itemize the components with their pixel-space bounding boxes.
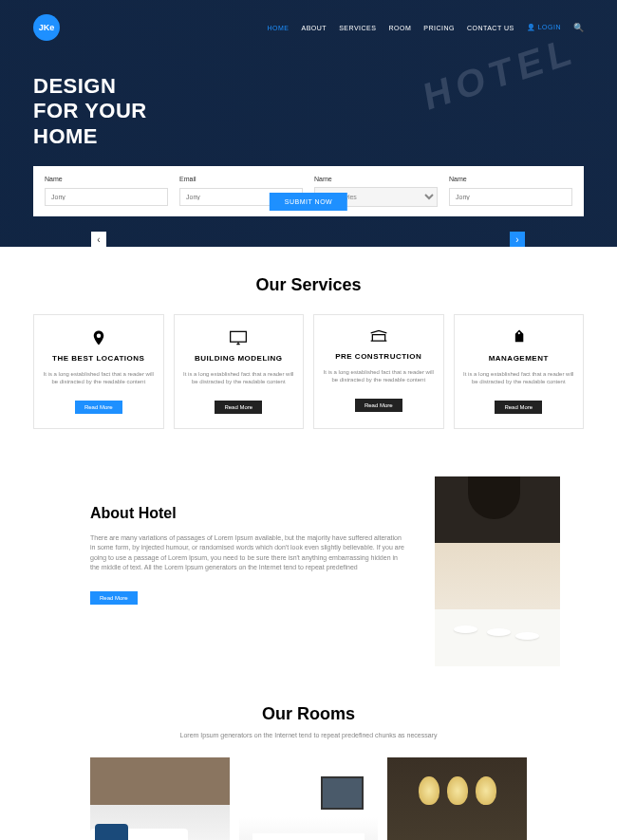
service-title: MANAGEMENT	[462, 354, 576, 363]
nav-room[interactable]: ROOM	[388, 25, 411, 31]
read-more-button[interactable]: Read More	[75, 401, 122, 414]
svg-rect-0	[231, 331, 247, 342]
carousel-prev-button[interactable]: ‹	[91, 232, 106, 247]
rooms-title: Our Rooms	[33, 704, 584, 724]
about-image	[435, 476, 560, 666]
nav-home[interactable]: HOME	[268, 25, 290, 31]
about-read-more-button[interactable]: Read More	[90, 591, 138, 605]
room-card-2[interactable]	[239, 757, 379, 840]
room-card-1[interactable]	[90, 757, 230, 840]
read-more-button[interactable]: Read More	[215, 401, 262, 414]
service-title: THE BEST LOCATIONS	[42, 354, 156, 363]
about-section: About Hotel There are many variations of…	[0, 457, 617, 695]
tag-icon	[462, 329, 576, 346]
name-input-2[interactable]	[449, 188, 572, 206]
form-label-4: Name	[449, 176, 572, 182]
service-desc: It is a long established fact that a rea…	[42, 370, 156, 386]
read-more-button[interactable]: Read More	[495, 401, 542, 414]
nav-items: HOME ABOUT SERVICES ROOM PRICING CONTACT…	[268, 23, 584, 32]
bed-icon	[322, 329, 436, 345]
service-desc: It is a long established fact that a rea…	[322, 368, 436, 384]
rooms-section: Our Rooms Lorem Ipsum generators on the …	[0, 695, 617, 840]
nav-login[interactable]: 👤 LOGIN	[527, 24, 561, 31]
service-desc: It is a long established fact that a rea…	[182, 370, 296, 386]
monitor-icon	[182, 329, 296, 346]
read-more-button[interactable]: Read More	[355, 399, 402, 412]
service-card-management: MANAGEMENT It is a long established fact…	[454, 314, 585, 429]
top-nav: JKe HOME ABOUT SERVICES ROOM PRICING CON…	[33, 14, 584, 41]
rooms-subtitle: Lorem Ipsum generators on the Internet t…	[33, 732, 584, 738]
search-icon[interactable]: 🔍	[573, 23, 584, 32]
nav-services[interactable]: SERVICES	[339, 25, 376, 31]
service-desc: It is a long established fact that a rea…	[462, 370, 576, 386]
carousel-next-button[interactable]: ›	[510, 232, 525, 247]
logo[interactable]: JKe	[33, 14, 60, 41]
service-title: BUILDING MODELING	[182, 354, 296, 363]
service-card-locations: THE BEST LOCATIONS It is a long establis…	[33, 314, 164, 429]
nav-contact[interactable]: CONTACT US	[467, 25, 514, 31]
hero-section: HOTEL JKe HOME ABOUT SERVICES ROOM PRICI…	[0, 0, 617, 247]
nav-pricing[interactable]: PRICING	[423, 25, 455, 31]
form-label-1: Name	[45, 176, 168, 182]
about-title: About Hotel	[90, 505, 406, 522]
form-label-2: Email	[179, 176, 303, 182]
service-title: PRE CONSTRUCTION	[322, 352, 436, 361]
submit-button[interactable]: SUBMIT NOW	[270, 193, 347, 211]
name-input-1[interactable]	[45, 188, 168, 206]
location-icon	[42, 329, 156, 346]
service-card-building: BUILDING MODELING It is a long establish…	[174, 314, 305, 429]
form-label-3: Name	[314, 176, 438, 182]
service-card-construction: PRE CONSTRUCTION It is a long establishe…	[313, 314, 444, 429]
room-card-3[interactable]	[387, 757, 527, 840]
nav-about[interactable]: ABOUT	[302, 25, 327, 31]
services-section: Our Services THE BEST LOCATIONS It is a …	[0, 247, 617, 457]
services-title: Our Services	[33, 275, 584, 295]
user-icon: 👤	[527, 24, 536, 30]
about-body: There are many variations of passages of…	[90, 533, 406, 573]
